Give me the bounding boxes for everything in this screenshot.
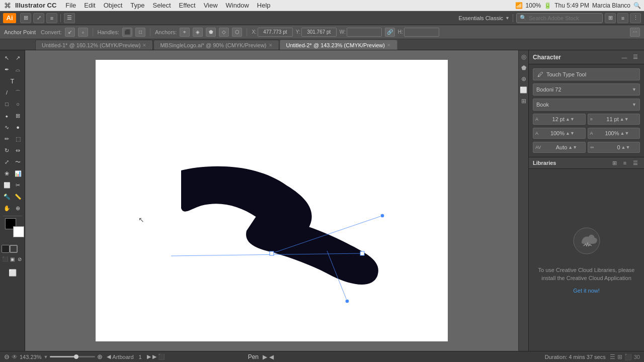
eraser-tool[interactable]: ⬚ bbox=[13, 133, 24, 144]
toggle-icon5[interactable]: ⊞ bbox=[519, 97, 528, 106]
grid-view-button[interactable]: ⊞ bbox=[605, 13, 616, 23]
kerning-method-field[interactable]: AV ▲▼ bbox=[533, 142, 586, 153]
collapse-panel-icon[interactable]: — bbox=[620, 53, 629, 62]
font-size-field[interactable]: A ▲▼ bbox=[533, 114, 586, 125]
font-style-dropdown[interactable]: Book ▼ bbox=[533, 99, 640, 111]
h-input[interactable] bbox=[404, 28, 439, 37]
tracking1-stepper[interactable]: ▲▼ bbox=[566, 131, 575, 136]
convert-btn1[interactable]: ↙ bbox=[65, 28, 75, 37]
kerning-value-field[interactable]: ⇔ ▲▼ bbox=[588, 142, 640, 153]
list-view-button[interactable]: ≡ bbox=[617, 13, 628, 23]
tab-untitled2[interactable]: Untitled-2* @ 143.23% (CMYK/Preview) ✕ bbox=[280, 40, 397, 50]
anchors-btn1[interactable]: ⌖ bbox=[180, 28, 190, 37]
hand-tool[interactable]: ✋ bbox=[2, 203, 13, 214]
menu-effect[interactable]: Effect bbox=[175, 0, 200, 11]
rotate-tool[interactable]: ↻ bbox=[2, 145, 13, 156]
zoom-slider-thumb[interactable] bbox=[74, 354, 78, 359]
type-tool[interactable]: T bbox=[2, 75, 24, 86]
canvas-area[interactable]: ↖ bbox=[25, 50, 518, 351]
slice-tool[interactable]: ✂ bbox=[13, 179, 24, 191]
y-input[interactable] bbox=[301, 28, 337, 37]
touch-type-tool-btn[interactable]: 🖊 Touch Type Tool bbox=[533, 68, 640, 80]
more-toolbar-btn[interactable]: ⋯ bbox=[630, 28, 640, 37]
line-height-input[interactable] bbox=[594, 116, 619, 122]
menu-object[interactable]: Object bbox=[100, 0, 127, 11]
line-height-stepper[interactable]: ▲▼ bbox=[620, 117, 629, 122]
curvature-tool[interactable]: ⌓ bbox=[13, 64, 24, 75]
scale-tool[interactable]: ⤢ bbox=[2, 156, 13, 167]
apple-icon[interactable]: ⌘ bbox=[4, 2, 11, 10]
libraries-list-view[interactable]: ≡ bbox=[620, 158, 629, 167]
fill-mode-btn[interactable]: ⬛ bbox=[2, 253, 9, 264]
rect-tool[interactable]: □ bbox=[2, 99, 13, 110]
font-size-input[interactable] bbox=[539, 116, 565, 122]
search-stock-input[interactable] bbox=[529, 15, 599, 21]
menu-help[interactable]: Help bbox=[253, 0, 275, 11]
selection-tool[interactable]: ↖ bbox=[2, 52, 13, 63]
status-icon1[interactable]: ☰ bbox=[610, 353, 615, 360]
tracking2-field[interactable]: A ▲▼ bbox=[588, 128, 640, 139]
reflect-tool[interactable]: ⇔ bbox=[13, 145, 24, 156]
w-input[interactable] bbox=[347, 28, 382, 37]
anchors-btn3[interactable]: ⬟ bbox=[206, 28, 216, 37]
libraries-menu[interactable]: ☰ bbox=[631, 158, 640, 167]
zoom-dropdown-arrow[interactable]: ▼ bbox=[43, 354, 48, 359]
zoom-slider[interactable] bbox=[50, 356, 95, 357]
measure-tool[interactable]: 📏 bbox=[13, 191, 24, 202]
gpu-status-icon[interactable]: ⬛ bbox=[624, 353, 632, 360]
menu-type[interactable]: Type bbox=[126, 0, 148, 11]
menu-file[interactable]: File bbox=[61, 0, 80, 11]
tracking2-input[interactable] bbox=[594, 130, 619, 136]
color-swatches[interactable] bbox=[5, 218, 20, 233]
tracking2-stepper[interactable]: ▲▼ bbox=[620, 131, 629, 136]
kerning-value-input[interactable] bbox=[595, 144, 620, 150]
canvas-zoom-level[interactable]: 143.23% bbox=[20, 354, 41, 360]
toggle-icon4[interactable]: ⬜ bbox=[519, 85, 528, 95]
document-setup-button[interactable]: ☰ bbox=[64, 13, 75, 23]
handles-btn2[interactable]: □ bbox=[135, 28, 145, 37]
direct-selection-tool[interactable]: ↗ bbox=[13, 52, 24, 63]
get-it-now-link[interactable]: Get it now! bbox=[573, 288, 600, 294]
handles-btn1[interactable]: ⬛ bbox=[122, 28, 132, 37]
tracking1-field[interactable]: A ▲▼ bbox=[533, 128, 586, 139]
column-tool[interactable]: 📊 bbox=[13, 168, 24, 179]
x-input[interactable] bbox=[258, 28, 293, 37]
status-icon2[interactable]: ⊞ bbox=[617, 353, 622, 360]
anchors-btn5[interactable]: ⬡ bbox=[232, 28, 242, 37]
play-anim-btn[interactable]: ▶ bbox=[152, 353, 156, 360]
paintbucket-tool[interactable]: ⬥ bbox=[2, 110, 13, 121]
blob-tool[interactable]: ● bbox=[13, 122, 24, 133]
fill-swatch[interactable] bbox=[2, 245, 10, 253]
zoom-tool[interactable]: ⊕ bbox=[13, 203, 24, 214]
play-btn-center[interactable]: ▶ bbox=[263, 353, 267, 360]
tab-close-untitled1[interactable]: ✕ bbox=[142, 43, 146, 48]
kerning-method-input[interactable] bbox=[542, 144, 567, 150]
search-adobe-stock[interactable]: 🔍 bbox=[516, 13, 603, 23]
menu-view[interactable]: View bbox=[200, 0, 222, 11]
tab-untitled1[interactable]: Untitled-1* @ 160.12% (CMYK/Preview) ✕ bbox=[35, 40, 153, 50]
arc-tool[interactable]: ⌒ bbox=[13, 87, 24, 98]
brush-tool[interactable]: ∿ bbox=[2, 122, 13, 133]
gradient-mode-btn[interactable]: ▣ bbox=[9, 253, 16, 264]
search-icon[interactable]: 🔍 bbox=[633, 2, 641, 9]
anchors-btn4[interactable]: ◇ bbox=[219, 28, 229, 37]
brush-presets-button[interactable]: ≡ bbox=[46, 13, 57, 23]
pencil-tool[interactable]: ✏ bbox=[2, 133, 13, 144]
none-mode-btn[interactable]: ⊘ bbox=[16, 253, 24, 264]
kerning-method-stepper[interactable]: ▲▼ bbox=[568, 145, 577, 150]
toggle-icon2[interactable]: ⬟ bbox=[519, 63, 528, 72]
tab-mbsinglelogo[interactable]: MBSingleLogo.ai* @ 90% (CMYK/Preview) ✕ bbox=[153, 40, 279, 50]
tab-close-mbsingle[interactable]: ✕ bbox=[269, 43, 273, 48]
menu-edit[interactable]: Edit bbox=[80, 0, 99, 11]
zoom-in-icon[interactable]: ⊕ bbox=[97, 353, 103, 360]
tracking1-input[interactable] bbox=[539, 130, 565, 136]
artboard-number-input[interactable] bbox=[135, 354, 145, 360]
menu-select[interactable]: Select bbox=[148, 0, 175, 11]
zoom-out-icon[interactable]: ⊖ bbox=[4, 353, 10, 360]
libraries-grid-view[interactable]: ⊞ bbox=[610, 158, 619, 167]
transform-button[interactable]: ⤢ bbox=[33, 13, 44, 23]
artboard-tool[interactable]: ⬜ bbox=[2, 179, 13, 191]
toggle-icon3[interactable]: ⊕ bbox=[519, 74, 528, 83]
stop-anim-btn[interactable]: ⬛ bbox=[158, 353, 165, 360]
prev-artboard-btn[interactable]: ◀ bbox=[107, 353, 111, 360]
